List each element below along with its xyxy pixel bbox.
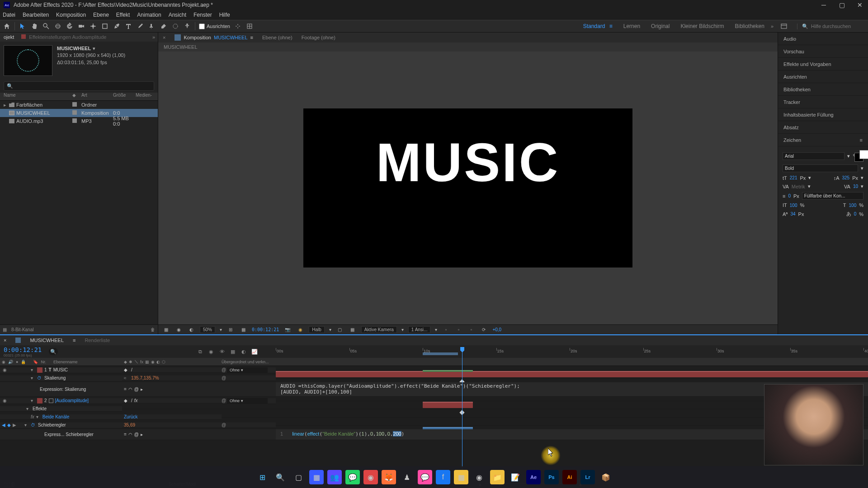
tb-app3-icon[interactable]: ♟ — [400, 470, 414, 484]
vscale-value[interactable]: 100 — [790, 203, 797, 208]
tb-obs-icon[interactable]: ◉ — [472, 470, 486, 484]
tb-teams-icon[interactable]: 👥 — [327, 470, 342, 484]
tb-firefox-icon[interactable]: 🦊 — [382, 470, 396, 484]
tsume-value[interactable]: 0 — [854, 211, 857, 216]
prop-value[interactable]: 135.7,135.7% — [131, 375, 159, 380]
panel-bibliotheken[interactable]: Bibliotheken — [778, 83, 868, 96]
fill-swatch[interactable] — [859, 150, 868, 159]
vf-roi-icon[interactable]: ▢ — [336, 326, 344, 334]
timeline-close-icon[interactable]: × — [4, 338, 6, 343]
layer-name[interactable]: MUSIC — [53, 367, 68, 372]
tb-taskview-icon[interactable]: ▢ — [291, 470, 306, 484]
video-toggle[interactable]: ◉ — [2, 367, 7, 372]
current-time-indicator[interactable] — [462, 348, 462, 483]
timeline-tab[interactable]: MUSICWHEEL — [30, 338, 64, 343]
puppet-tool-icon[interactable] — [183, 22, 191, 30]
home-icon[interactable] — [3, 22, 11, 30]
graph-icon[interactable]: 📈 — [250, 347, 259, 356]
tb-messenger-icon[interactable]: 💬 — [418, 470, 432, 484]
col-art[interactable]: Art — [81, 93, 113, 100]
zeichen-panel-header[interactable]: Zeichen≡ — [778, 134, 868, 146]
tb-explorer-icon[interactable]: 📁 — [490, 470, 505, 484]
menu-animation[interactable]: Animation — [137, 12, 161, 18]
breadcrumb[interactable]: MUSICWHEEL — [158, 42, 778, 52]
pen-tool-icon[interactable] — [113, 22, 121, 30]
trash-icon[interactable]: 🗑 — [151, 327, 155, 332]
brush-tool-icon[interactable] — [136, 22, 144, 30]
zoom-dropdown[interactable]: 50% — [200, 326, 215, 333]
layer-name[interactable]: [Audioamplitude] — [55, 398, 89, 403]
panel-vorschau[interactable]: Vorschau — [778, 45, 868, 58]
frameblend-icon[interactable]: ▦ — [229, 347, 237, 356]
vf-fast-icon[interactable]: ▫ — [454, 326, 462, 334]
work-area[interactable] — [423, 352, 458, 355]
font-size-value[interactable]: 221 — [790, 175, 797, 180]
menu-effekt[interactable]: Effekt — [116, 12, 130, 18]
tab-composition[interactable]: Komposition MUSICWHEEL ≡ — [170, 34, 258, 41]
expr-menu-icon[interactable]: ▸ — [141, 432, 143, 437]
vf-draft-icon[interactable]: ▫ — [467, 326, 475, 334]
workspace-original[interactable]: Original — [651, 23, 670, 29]
layer-bar[interactable] — [423, 402, 473, 408]
camera-tool-icon[interactable] — [77, 22, 85, 30]
col-media[interactable]: Medien- — [136, 93, 158, 100]
stopwatch-icon[interactable]: ⏱ — [31, 422, 36, 428]
layer-color[interactable] — [37, 367, 42, 373]
panel-absatz[interactable]: Absatz — [778, 121, 868, 134]
hand-tool-icon[interactable] — [30, 22, 38, 30]
menu-komposition[interactable]: Komposition — [56, 12, 86, 18]
shy-icon[interactable]: 👁 — [218, 347, 226, 356]
expr-enable-icon[interactable]: = — [124, 432, 127, 437]
tb-app4-icon[interactable]: ▦ — [454, 470, 468, 484]
next-kf-icon[interactable]: ▶ — [13, 422, 16, 427]
menu-ansicht[interactable]: Ansicht — [169, 12, 186, 18]
font-style-input[interactable] — [783, 164, 858, 172]
slider-name[interactable]: Schieberegler — [38, 422, 66, 427]
twirl-icon[interactable]: ▾ — [36, 414, 41, 419]
effect-name[interactable]: Beide Kanäle — [42, 414, 70, 419]
menu-fenster[interactable]: Fenster — [193, 12, 212, 18]
solo-column-icon[interactable]: ● — [16, 360, 18, 364]
anchor-tool-icon[interactable] — [89, 22, 97, 30]
twirl-icon[interactable]: ▾ — [26, 406, 31, 411]
snap-checkbox[interactable]: Ausrichten — [199, 23, 230, 29]
project-item[interactable]: AUDIO.mp3MP35.5 MB 0:0 — [0, 117, 158, 125]
rotate-tool-icon[interactable] — [66, 22, 74, 30]
tab-effect-controls[interactable]: Effekteinstellungen Audioamplitude — [18, 34, 110, 40]
timeline-timecode[interactable]: 0:00:12:21 — [4, 346, 42, 353]
col-name[interactable]: Name — [0, 93, 72, 100]
panel-inhaltsbasierte-füllung[interactable]: Inhaltsbasierte Füllung — [778, 108, 868, 121]
lock-column-icon[interactable]: 🔒 — [21, 360, 26, 364]
close-tab-icon[interactable]: × — [158, 35, 170, 40]
tb-app1-icon[interactable]: ▦ — [309, 470, 324, 484]
views-dropdown[interactable]: 1 Ansi... — [408, 326, 431, 333]
project-search-input[interactable]: 🔍 — [4, 81, 154, 91]
help-search-input[interactable] — [811, 23, 865, 29]
twirl-icon[interactable]: ▾ — [24, 422, 29, 427]
snap-grid-icon[interactable] — [245, 22, 254, 30]
vf-timecode2-icon[interactable]: ⟳ — [480, 326, 488, 334]
project-item[interactable]: ▸FarbflächenOrdner — [0, 101, 158, 109]
tracking-value[interactable]: 10 — [853, 184, 858, 189]
shape-tool-icon[interactable] — [101, 22, 109, 30]
vf-color-icon[interactable]: ◉ — [296, 326, 304, 334]
menu-hilfe[interactable]: Hilfe — [219, 12, 230, 18]
camera-dropdown[interactable]: Aktive Kamera — [361, 326, 397, 333]
tab-layer[interactable]: Ebene (ohne) — [258, 35, 297, 40]
viewer-timecode[interactable]: 0:00:12:21 — [252, 327, 279, 332]
vf-transparency-icon[interactable]: ▦ — [349, 326, 357, 334]
tb-lr-icon[interactable]: Lr — [580, 470, 595, 484]
workspace-kleiner bildschirm[interactable]: Kleiner Bildschirm — [680, 23, 724, 29]
roto-tool-icon[interactable] — [171, 22, 179, 30]
tb-facebook-icon[interactable]: f — [436, 470, 450, 484]
font-family-input[interactable] — [783, 152, 844, 160]
pickwhip-icon[interactable]: @ — [222, 398, 227, 403]
stroke-width-value[interactable]: 0 — [788, 193, 791, 198]
eraser-tool-icon[interactable] — [160, 22, 168, 30]
tb-ps-icon[interactable]: Ps — [544, 470, 559, 484]
workspace-reset-icon[interactable] — [780, 22, 788, 30]
tb-whatsapp-icon[interactable]: 💬 — [345, 470, 360, 484]
workspace-lernen[interactable]: Lernen — [623, 23, 640, 29]
workspace-overflow-icon[interactable]: » — [768, 23, 776, 29]
vf-mask-icon[interactable]: ◐ — [187, 326, 195, 334]
